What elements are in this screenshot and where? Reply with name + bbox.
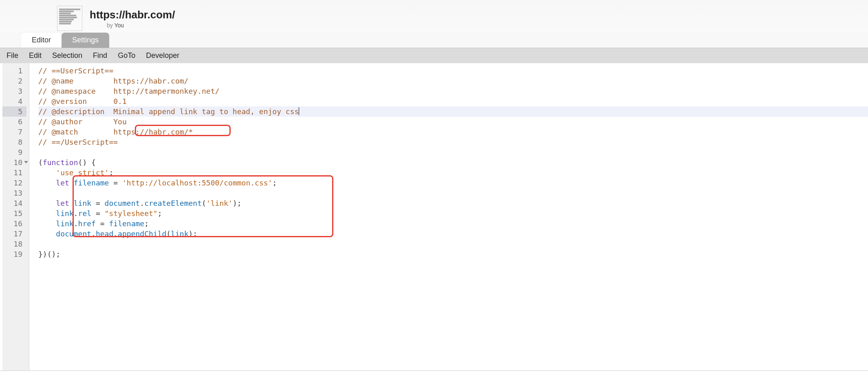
code-token: ( — [166, 229, 171, 238]
code-line[interactable]: (function() { — [38, 157, 868, 168]
code-line[interactable] — [38, 188, 868, 198]
code-token: head — [96, 229, 113, 238]
code-line[interactable]: // ==/UserScript== — [38, 137, 868, 147]
menu-developer[interactable]: Developer — [146, 51, 179, 60]
code-token: // ==UserScript== — [38, 66, 113, 75]
code-token: appendChild — [118, 229, 166, 238]
code-line[interactable]: 'use strict'; — [38, 168, 868, 178]
by-label: by — [107, 22, 113, 29]
code-token: () { — [78, 158, 96, 167]
gutter-line[interactable]: 18 — [2, 239, 26, 249]
text-cursor — [299, 107, 299, 115]
code-token — [69, 199, 74, 207]
code-token: ); — [189, 229, 198, 238]
code-line[interactable]: })(); — [38, 249, 868, 259]
fold-marker-icon[interactable] — [24, 161, 28, 163]
code-line[interactable]: link.href = filename; — [38, 218, 868, 229]
gutter-line[interactable]: 6 — [2, 117, 26, 127]
code-token — [69, 179, 74, 187]
code-token: // @description Minimal append link tag … — [38, 107, 299, 116]
code-line[interactable]: // @author You — [38, 117, 868, 127]
page-title: https://habr.com/ — [90, 9, 175, 21]
code-token — [96, 219, 100, 228]
script-icon-thumbnail — [57, 6, 82, 31]
code-line[interactable]: link.rel = "stylesheet"; — [38, 208, 868, 218]
code-token: // ==/UserScript== — [38, 138, 118, 146]
gutter-line[interactable]: 10 — [2, 157, 26, 168]
code-token — [91, 199, 96, 207]
code-token: rel — [78, 209, 92, 218]
menu-selection[interactable]: Selection — [52, 51, 82, 60]
code-token: link — [74, 199, 91, 207]
code-line[interactable] — [38, 147, 868, 157]
gutter-line[interactable]: 4 — [2, 96, 26, 106]
gutter-line[interactable]: 15 — [2, 208, 26, 218]
gutter-line[interactable]: 1 — [2, 66, 26, 76]
menu-goto[interactable]: GoTo — [118, 51, 135, 60]
code-token: ; — [158, 209, 162, 218]
code-token: "stylesheet" — [105, 209, 158, 218]
menu-file[interactable]: File — [7, 51, 18, 60]
gutter-line[interactable]: 11 — [2, 168, 26, 178]
code-token: . — [140, 199, 144, 207]
code-token: // @namespace http://tampermonkey.net/ — [38, 87, 219, 95]
gutter-line[interactable]: 13 — [2, 188, 26, 198]
byline: by You — [90, 22, 175, 29]
code-token: https://habr.com/* — [113, 128, 193, 136]
code-line[interactable]: // @namespace http://tampermonkey.net/ — [38, 86, 868, 96]
code-token: link — [56, 209, 73, 218]
code-line[interactable]: let filename = 'http://localhost:5500/co… — [38, 178, 868, 188]
code-line[interactable] — [38, 239, 868, 249]
gutter-line[interactable]: 8 — [2, 137, 26, 147]
gutter-line[interactable]: 7 — [2, 127, 26, 137]
code-token: = — [96, 209, 105, 218]
gutter-line[interactable]: 16 — [2, 218, 26, 229]
line-number-gutter[interactable]: 12345678910111213141516171819 — [2, 63, 29, 371]
gutter-line[interactable]: 3 — [2, 86, 26, 96]
code-token: // @version 0.1 — [38, 97, 127, 106]
code-token — [38, 199, 56, 207]
code-token: ( — [202, 199, 206, 207]
menu-edit[interactable]: Edit — [29, 51, 42, 60]
menu-find[interactable]: Find — [93, 51, 107, 60]
code-token: })(); — [38, 250, 60, 258]
code-line[interactable]: // @description Minimal append link tag … — [38, 106, 868, 117]
code-token: // @author You — [38, 117, 127, 126]
code-token: filename — [74, 179, 109, 187]
gutter-line[interactable]: 12 — [2, 178, 26, 188]
header: https://habr.com/ by You — [0, 0, 868, 33]
code-token: . — [74, 209, 78, 218]
code-line[interactable]: document.head.appendChild(link); — [38, 229, 868, 239]
code-area[interactable]: // ==UserScript==// @name https://habr.c… — [29, 63, 868, 371]
gutter-line[interactable]: 17 — [2, 229, 26, 239]
code-token — [91, 209, 96, 218]
code-line[interactable]: // @match https://habr.com/* — [38, 127, 868, 137]
gutter-line[interactable]: 14 — [2, 198, 26, 208]
code-token: 'link' — [206, 199, 233, 207]
code-token — [109, 179, 113, 187]
code-token — [38, 179, 56, 187]
code-token: let — [56, 179, 69, 187]
gutter-line[interactable]: 5 — [2, 106, 26, 117]
gutter-line[interactable]: 19 — [2, 249, 26, 259]
code-token — [38, 168, 56, 177]
code-line[interactable]: // @name https://habr.com/ — [38, 76, 868, 86]
gutter-line[interactable]: 2 — [2, 76, 26, 86]
code-token: ; — [109, 168, 113, 177]
code-line[interactable]: // ==UserScript== — [38, 66, 868, 76]
code-token: let — [56, 199, 69, 207]
code-token: . — [113, 229, 118, 238]
gutter-line[interactable]: 9 — [2, 147, 26, 157]
code-token: . — [74, 219, 78, 228]
code-token: function — [43, 158, 78, 167]
code-line[interactable]: // @version 0.1 — [38, 96, 868, 106]
code-line[interactable]: let link = document.createElement('link'… — [38, 198, 868, 208]
code-token: . — [91, 229, 96, 238]
code-token: ; — [144, 219, 149, 228]
code-token — [38, 209, 56, 218]
code-token: document — [105, 199, 140, 207]
code-token: href — [78, 219, 96, 228]
code-token: link — [171, 229, 188, 238]
tab-settings[interactable]: Settings — [62, 33, 109, 48]
tab-editor[interactable]: Editor — [21, 33, 62, 48]
